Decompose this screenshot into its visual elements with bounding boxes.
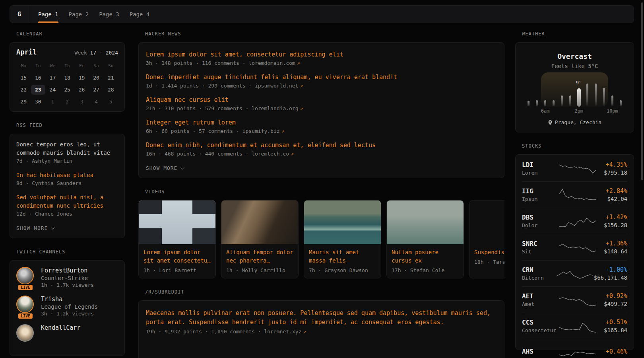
top-nav: G Page 1 Page 2 Page 3 Page 4	[10, 5, 634, 23]
video-card[interactable]: Suspendisse diam 18h · Tara	[469, 200, 504, 278]
stock-sparkline	[559, 239, 597, 255]
stock-row: AETAmet+0.92%$499.72	[522, 286, 627, 313]
tab-page-2[interactable]: Page 2	[64, 6, 94, 23]
hackernews-show-more-button[interactable]: SHOW MORE	[146, 165, 183, 171]
calendar-day: 22	[16, 85, 31, 95]
stock-price: $795.18	[597, 169, 627, 176]
twitch-channel-row[interactable]: KendallCarr	[16, 324, 118, 342]
hackernews-domain-link[interactable]: loremdomain.com	[248, 60, 295, 66]
weather-bar	[536, 100, 538, 107]
rss-item-meta: 7d · Ashlyn Martin	[16, 158, 118, 164]
calendar-day: 4	[89, 97, 104, 107]
calendar-week: Week 17 · 2024	[74, 50, 118, 56]
hackernews-meta-text: 1d · 1,414 points · 299 comments ·	[146, 83, 252, 89]
hackernews-item-title[interactable]: Donec imperdiet augue tincidunt felis al…	[146, 73, 497, 82]
hackernews-domain-link[interactable]: loremtech.co	[252, 151, 289, 157]
hackernews-widget: HACKER NEWS Lorem ipsum dolor sit amet, …	[138, 31, 504, 178]
subreddit-domain-link[interactable]: loremnet.xyz	[264, 329, 301, 335]
weather-bar	[553, 100, 555, 107]
show-more-label: SHOW MORE	[16, 225, 48, 231]
stock-row: CCSConsectetur+0.51%$165.84	[522, 313, 627, 339]
calendar-year: 2024	[106, 50, 118, 56]
hackernews-item-meta: 3h · 148 points · 116 comments · loremdo…	[146, 60, 497, 66]
weather-bar	[586, 84, 588, 107]
hackernews-meta-text: 3h · 148 points · 116 comments ·	[146, 60, 245, 66]
calendar-day: 27	[89, 85, 104, 95]
weather-card: Overcast Feels like 5°C 9° 6am2pm10pm Pr…	[515, 42, 634, 132]
avatar	[16, 324, 34, 342]
video-thumbnail	[139, 200, 215, 244]
tab-page-3[interactable]: Page 3	[94, 6, 124, 23]
stocks-widget: STOCKS LDILorem+4.35%$795.18IIGIpsum+2.8…	[515, 143, 634, 350]
video-meta: 7h · Grayson Dawson	[309, 267, 376, 273]
stock-symbol: CCS	[522, 319, 559, 326]
hackernews-domain-link[interactable]: loremlandia.org	[252, 105, 298, 111]
stock-row: IIGIpsum+2.84%$42.04	[522, 181, 627, 208]
external-link-icon: ↗	[300, 83, 303, 89]
video-title: Lorem ipsum dolor sit amet consectetu…	[144, 248, 211, 265]
external-link-icon: ↗	[300, 105, 303, 111]
stock-sparkline	[559, 160, 597, 176]
chevron-down-icon	[180, 165, 184, 169]
stock-price: $66,171.48	[594, 274, 627, 281]
stock-sparkline	[559, 344, 597, 358]
twitch-channel-row[interactable]: LIVE ForrestBurton Counter-Strike 1h · 1…	[16, 267, 118, 288]
rss-label: RSS FEED	[16, 123, 125, 128]
twitch-channel-row[interactable]: LIVE Trisha League of Legends 3h · 1.2k …	[16, 296, 118, 317]
subreddit-post-meta: 19h · 9,932 points · 1,090 comments · lo…	[146, 329, 497, 335]
weather-bar	[595, 84, 597, 107]
stock-symbol: SNRC	[522, 240, 559, 247]
video-thumbnail	[304, 200, 381, 244]
video-card[interactable]: Lorem ipsum dolor sit amet consectetu… 1…	[138, 200, 216, 278]
stock-price: $148.64	[597, 248, 627, 255]
calendar-day: 26	[74, 85, 89, 95]
stock-change: +0.51%	[597, 319, 627, 326]
weather-location-text: Prague, Czechia	[555, 119, 601, 125]
hackernews-item-title[interactable]: Donec enim nibh, condimentum et accumsan…	[146, 141, 497, 150]
rss-item-title[interactable]: Donec tempor eros leo, ut commodo mauris…	[16, 140, 118, 157]
rss-show-more-button[interactable]: SHOW MORE	[16, 225, 54, 231]
calendar-week-number: 17	[90, 50, 97, 56]
hackernews-item-title[interactable]: Lorem ipsum dolor sit amet, consectetur …	[146, 51, 497, 59]
calendar-day: 29	[16, 97, 31, 107]
calendar-day: 2	[60, 97, 75, 107]
video-card[interactable]: Nullam posuere cursus ex 17h · Stefan Co…	[386, 200, 464, 278]
tab-page-4[interactable]: Page 4	[124, 6, 155, 23]
video-card[interactable]: Mauris sit amet massa felis 7h · Grayson…	[304, 200, 381, 278]
rss-item-title[interactable]: In hac habitasse platea	[16, 171, 118, 179]
weather-bar	[603, 88, 605, 107]
tab-page-1[interactable]: Page 1	[33, 6, 64, 23]
stock-row: AHS+0.46%	[522, 339, 627, 358]
calendar-weekday: Mo	[16, 62, 31, 71]
hackernews-item: Donec enim nibh, condimentum et accumsan…	[146, 141, 497, 157]
hackernews-item-title[interactable]: Integer eget rutrum lorem	[146, 119, 497, 127]
stock-sparkline	[559, 318, 597, 334]
calendar-weekday: Tu	[31, 62, 46, 71]
weather-feels-like: Feels like 5°C	[522, 63, 627, 69]
subreddit-card: Maecenas mollis pulvinar erat non posuer…	[138, 300, 504, 358]
scrollbar-thumb[interactable]	[641, 2, 643, 180]
hackernews-item: Aliquam nec cursus elit 21h · 710 points…	[146, 96, 497, 111]
calendar-day: 21	[103, 73, 118, 83]
calendar-day: 25	[60, 85, 75, 95]
twitch-card: LIVE ForrestBurton Counter-Strike 1h · 1…	[10, 260, 125, 356]
app-logo[interactable]: G	[10, 6, 29, 23]
hackernews-domain-link[interactable]: ipsumify.biz	[242, 128, 280, 134]
hackernews-domain-link[interactable]: ipsumworld.net	[255, 83, 299, 89]
calendar-day: 3	[74, 97, 89, 107]
channel-category: League of Legends	[41, 304, 98, 310]
stock-symbol: LDI	[522, 161, 559, 169]
hackernews-item-title[interactable]: Aliquam nec cursus elit	[146, 96, 497, 104]
stock-change: +2.84%	[597, 187, 627, 195]
weather-bar	[569, 95, 571, 107]
video-card[interactable]: Aliquam tempor dolor nec pharetra… 1h · …	[221, 200, 299, 278]
videos-row: Lorem ipsum dolor sit amet consectetu… 1…	[138, 200, 504, 278]
weather-condition: Overcast	[522, 52, 627, 60]
stock-symbol: AHS	[522, 348, 559, 355]
twitch-widget: TWITCH CHANNELS LIVE ForrestBurton Count…	[10, 249, 125, 356]
rss-item: In hac habitasse platea 8d · Cynthia Sau…	[16, 171, 118, 186]
subreddit-post-title[interactable]: Maecenas mollis pulvinar erat non posuer…	[146, 309, 497, 327]
stock-row: LDILorem+4.35%$795.18	[522, 156, 627, 181]
rss-item-title[interactable]: Sed volutpat nulla nisl, a condimentum n…	[16, 193, 118, 210]
stock-change: +1.42%	[597, 214, 627, 221]
